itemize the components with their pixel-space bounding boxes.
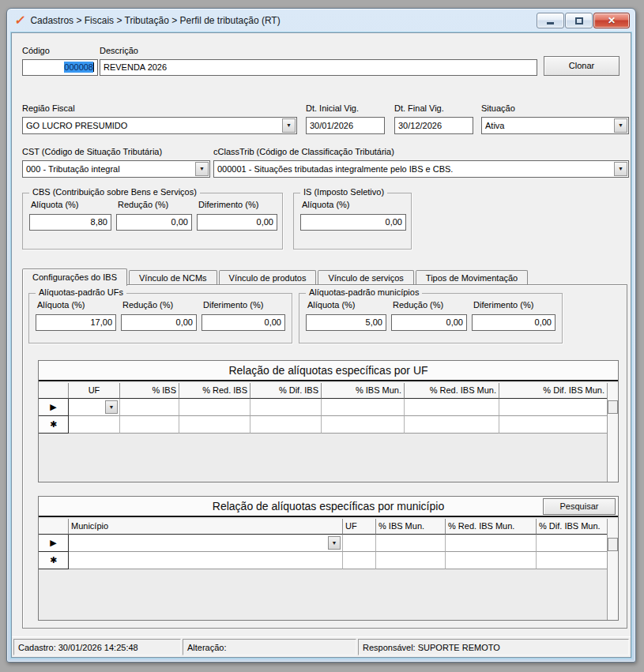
regiao-fiscal-label: Região Fiscal <box>22 103 75 113</box>
cbs-aliquota-input[interactable]: 8,80 <box>29 214 111 231</box>
tab-vinculo-servicos[interactable]: Vínculo de serviços <box>318 270 413 285</box>
window-title: Cadastros > Fiscais > Tributação > Perfi… <box>30 15 280 26</box>
tab-bar: Configurações do IBS Vínculo de NCMs Vín… <box>22 268 529 285</box>
red-ibs-mun-cell[interactable] <box>446 535 537 552</box>
chevron-down-icon[interactable]: ▼ <box>282 118 296 133</box>
pesquisar-button[interactable]: Pesquisar <box>543 498 616 515</box>
chevron-down-icon[interactable]: ▼ <box>328 536 341 550</box>
ibs-mun-cell[interactable] <box>322 399 405 416</box>
uf-grid-col-ibs-mun[interactable]: % IBS Mun. <box>322 383 405 399</box>
form-client-area: Código Descrição 000008 REVENDA 2026 Clo… <box>11 32 631 658</box>
ibs-cell[interactable] <box>120 416 179 434</box>
cst-select[interactable]: 000 - Tributação integral▼ <box>22 160 210 178</box>
uf-diferimento-label: Diferimento (%) <box>203 300 263 310</box>
mun-reducao-label: Redução (%) <box>393 300 443 310</box>
minimize-button[interactable] <box>537 13 564 28</box>
uf-grid-col-red-ibs-mun[interactable]: % Red. IBS Mun. <box>405 383 499 399</box>
dif-ibs-cell[interactable] <box>250 399 322 416</box>
uf-reducao-input[interactable]: 0,00 <box>121 314 197 331</box>
mun-defaults-title: Alíquotas-padrão municípios <box>306 287 422 297</box>
red-ibs-mun-cell[interactable] <box>405 416 499 434</box>
uf-cell[interactable] <box>69 416 120 434</box>
mun-grid-col-uf[interactable]: UF <box>343 519 376 535</box>
cbs-reducao-input[interactable]: 0,00 <box>116 214 192 231</box>
mun-grid-col-ibs-mun[interactable]: % IBS Mun. <box>376 519 446 535</box>
uf-aliquota-input[interactable]: 17,00 <box>36 314 116 331</box>
ibs-mun-cell[interactable] <box>376 552 446 569</box>
uf-grid-scrollbar[interactable] <box>607 383 618 482</box>
cbs-diferimento-input[interactable]: 0,00 <box>197 214 277 231</box>
mun-grid-col-red-ibs-mun[interactable]: % Red. IBS Mun. <box>446 519 537 535</box>
uf-cell[interactable]: ▼ <box>69 399 120 416</box>
uf-cell[interactable] <box>343 535 376 552</box>
cclasstrib-label: cClassTrib (Código de Classificação Trib… <box>213 147 394 156</box>
cst-label: CST (Código de Situação Tributária) <box>22 147 162 156</box>
scrollbar-thumb[interactable] <box>608 538 618 551</box>
ibs-mun-cell[interactable] <box>376 535 446 552</box>
dt-inicial-input[interactable]: 30/01/2026 <box>306 117 385 134</box>
chevron-down-icon[interactable]: ▼ <box>195 162 209 176</box>
clonar-button[interactable]: Clonar <box>544 56 620 76</box>
mun-aliquota-label: Alíquota (%) <box>307 300 356 310</box>
close-button[interactable]: ✕ <box>593 13 630 28</box>
uf-rates-grid: Relação de alíquotas específicas por UF … <box>38 360 619 482</box>
mun-diferimento-input[interactable]: 0,00 <box>472 314 555 331</box>
uf-grid-col-dif-ibs[interactable]: % Dif. IBS <box>250 383 322 399</box>
minimize-icon <box>547 22 554 24</box>
status-cadastro: Cadastro: 30/01/2026 14:25:48 <box>13 639 181 655</box>
situacao-label: Situação <box>481 103 515 113</box>
uf-grid-col-ibs[interactable]: % IBS <box>120 383 179 399</box>
mun-grid-col-dif-ibs-mun[interactable]: % Dif. IBS Mun. <box>537 519 607 535</box>
dif-ibs-cell[interactable] <box>250 416 322 434</box>
mun-grid-header: Município UF % IBS Mun. % Red. IBS Mun. … <box>39 519 607 535</box>
uf-diferimento-input[interactable]: 0,00 <box>201 314 285 331</box>
municipio-cell[interactable]: ▼ <box>69 535 343 552</box>
cclasstrib-select[interactable]: 000001 - Situações tributadas integralme… <box>213 160 629 178</box>
mun-reducao-input[interactable]: 0,00 <box>391 314 467 331</box>
mun-aliquota-input[interactable]: 5,00 <box>306 314 386 331</box>
red-ibs-mun-cell[interactable] <box>446 552 537 569</box>
uf-reducao-label: Redução (%) <box>122 300 173 310</box>
codigo-label: Código <box>22 46 50 55</box>
mun-grid-scrollbar[interactable] <box>607 519 618 620</box>
red-ibs-cell[interactable] <box>179 416 250 434</box>
is-aliquota-label: Alíquota (%) <box>302 200 350 209</box>
red-ibs-cell[interactable] <box>179 399 250 416</box>
uf-grid-col-red-ibs[interactable]: % Red. IBS <box>179 383 250 399</box>
title-bar[interactable]: ✓ Cadastros > Fiscais > Tributação > Per… <box>7 9 635 32</box>
tab-tipos-movimentacao[interactable]: Tipos de Movimentação <box>416 270 528 285</box>
mun-defaults-groupbox: Alíquotas-padrão municípios Alíquota (%)… <box>299 293 563 344</box>
regiao-fiscal-select[interactable]: GO LUCRO PRESUMIDO▼ <box>22 117 297 134</box>
maximize-icon <box>575 17 583 24</box>
uf-cell[interactable] <box>343 552 376 569</box>
dif-ibs-mun-cell[interactable] <box>537 552 607 569</box>
dif-ibs-mun-cell[interactable] <box>537 535 607 552</box>
scrollbar-thumb[interactable] <box>608 400 618 414</box>
municipio-cell[interactable] <box>69 552 343 569</box>
table-row: ▶ ▼ <box>39 399 607 416</box>
is-aliquota-input[interactable]: 0,00 <box>300 214 406 231</box>
uf-defaults-title: Alíquotas-padrão UFs <box>36 287 126 297</box>
mun-grid-col-municipio[interactable]: Município <box>69 519 343 535</box>
chevron-down-icon[interactable]: ▼ <box>105 400 118 414</box>
maximize-button[interactable] <box>565 13 593 28</box>
tab-configuracoes-ibs[interactable]: Configurações do IBS <box>22 268 127 286</box>
codigo-input[interactable]: 000008 <box>22 59 98 76</box>
dif-ibs-mun-cell[interactable] <box>499 416 607 434</box>
status-alteracao: Alteração: <box>183 639 356 655</box>
uf-grid-col-uf[interactable]: UF <box>69 383 120 399</box>
descricao-input[interactable]: REVENDA 2026 <box>100 59 537 76</box>
chevron-down-icon[interactable]: ▼ <box>614 118 627 133</box>
ibs-mun-cell[interactable] <box>322 416 405 434</box>
red-ibs-mun-cell[interactable] <box>405 399 499 416</box>
tab-vinculo-produtos[interactable]: Vínculo de produtos <box>219 270 317 285</box>
tab-vinculo-ncms[interactable]: Vínculo de NCMs <box>129 270 217 285</box>
dif-ibs-mun-cell[interactable] <box>499 399 607 416</box>
uf-grid-col-dif-ibs-mun[interactable]: % Dif. IBS Mun. <box>499 383 607 399</box>
dt-final-input[interactable]: 30/12/2026 <box>394 117 473 134</box>
ibs-cell[interactable] <box>120 399 179 416</box>
mun-grid-indicator-header <box>39 519 69 535</box>
chevron-down-icon[interactable]: ▼ <box>614 162 627 176</box>
situacao-select[interactable]: Ativa▼ <box>481 117 629 134</box>
uf-grid-indicator-header <box>39 383 69 399</box>
